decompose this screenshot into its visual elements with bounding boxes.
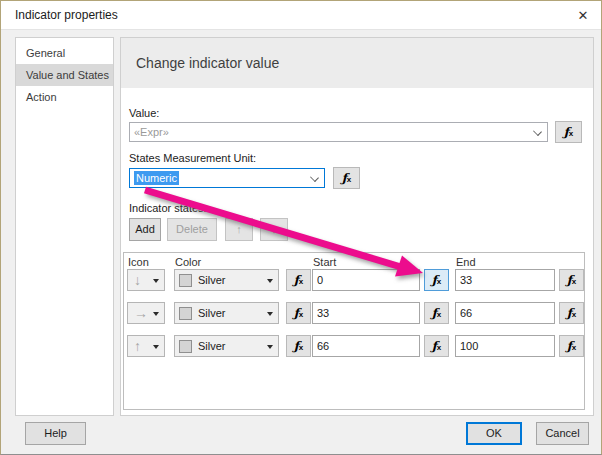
delete-button[interactable]: Delete — [167, 218, 217, 241]
caret-down-icon — [267, 312, 273, 316]
column-header-end: End — [456, 256, 476, 268]
cancel-button[interactable]: Cancel — [536, 422, 589, 445]
move-up-button[interactable]: ↑ — [225, 218, 253, 241]
icon-combo[interactable]: ↑ — [127, 335, 165, 357]
sidebar-item-general[interactable]: General — [16, 42, 113, 64]
color-combo[interactable]: Silver — [174, 302, 279, 324]
chevron-down-icon[interactable] — [310, 173, 319, 182]
icon-combo[interactable]: → — [127, 302, 165, 324]
unit-combo-text: Numeric — [134, 171, 179, 185]
start-value-input[interactable] — [312, 269, 420, 291]
indicator-properties-dialog: Indicator properties ✕ General Value and… — [0, 0, 602, 455]
unit-combo[interactable]: Numeric — [129, 168, 325, 188]
column-header-start: Start — [313, 256, 336, 268]
close-icon[interactable]: ✕ — [573, 6, 593, 26]
value-combo[interactable]: «Expr» — [129, 122, 548, 142]
unit-label: States Measurement Unit: — [129, 152, 256, 164]
color-combo[interactable]: Silver — [174, 269, 279, 291]
color-combo[interactable]: Silver — [174, 335, 279, 357]
color-expression-button[interactable]: ƒx — [286, 302, 311, 324]
color-name: Silver — [198, 340, 226, 352]
end-value-input[interactable] — [455, 302, 555, 324]
icon-combo[interactable]: ↓ — [127, 269, 165, 291]
caret-down-icon — [267, 345, 273, 349]
chevron-down-icon[interactable] — [533, 127, 542, 136]
start-expression-button[interactable]: ƒx — [424, 335, 449, 357]
end-value-input[interactable] — [455, 269, 555, 291]
table-row: → Silver ƒx ƒx ƒx — [124, 302, 584, 326]
end-value-input[interactable] — [455, 335, 555, 357]
down-arrow-icon: ↓ — [134, 272, 141, 288]
color-swatch — [179, 274, 192, 287]
help-button[interactable]: Help — [25, 422, 86, 445]
column-header-icon: Icon — [128, 256, 149, 268]
sidebar: General Value and States Action — [15, 37, 114, 416]
column-header-color: Color — [175, 256, 201, 268]
value-label: Value: — [129, 107, 159, 119]
color-swatch — [179, 340, 192, 353]
start-value-input[interactable] — [312, 335, 420, 357]
start-value-input[interactable] — [312, 302, 420, 324]
up-arrow-icon: ↑ — [134, 338, 141, 354]
caret-down-icon — [153, 312, 159, 316]
arrow-down-icon: ↓ — [271, 223, 277, 235]
right-arrow-icon: → — [134, 305, 148, 321]
add-button[interactable]: Add — [129, 218, 161, 241]
page-title: Change indicator value — [136, 55, 279, 71]
move-down-button[interactable]: ↓ — [260, 218, 288, 241]
ok-button[interactable]: OK — [466, 422, 522, 445]
end-expression-button[interactable]: ƒx — [559, 335, 584, 357]
panel-header: Change indicator value — [121, 38, 593, 88]
color-expression-button[interactable]: ƒx — [286, 335, 311, 357]
color-name: Silver — [198, 307, 226, 319]
end-expression-button[interactable]: ƒx — [559, 302, 584, 324]
sidebar-item-value-and-states[interactable]: Value and States — [16, 64, 113, 86]
indicator-states-label: Indicator states: — [129, 202, 207, 214]
color-expression-button[interactable]: ƒx — [286, 269, 311, 291]
color-swatch — [179, 307, 192, 320]
caret-down-icon — [267, 279, 273, 283]
table-row: ↑ Silver ƒx ƒx ƒx — [124, 335, 584, 359]
color-name: Silver — [198, 274, 226, 286]
table-row: ↓ Silver ƒx ƒx ƒx — [124, 269, 584, 293]
states-table: Icon Color Start End ↓ Silver ƒx ƒx — [123, 252, 585, 410]
value-expression-button[interactable]: ƒx — [555, 121, 582, 143]
start-expression-button[interactable]: ƒx — [424, 269, 449, 291]
sidebar-item-action[interactable]: Action — [16, 86, 113, 108]
caret-down-icon — [153, 279, 159, 283]
start-expression-button[interactable]: ƒx — [424, 302, 449, 324]
main-panel: Change indicator value Value: «Expr» ƒx … — [120, 37, 594, 416]
end-expression-button[interactable]: ƒx — [559, 269, 584, 291]
dialog-title: Indicator properties — [15, 8, 118, 22]
value-combo-text: «Expr» — [134, 126, 169, 138]
caret-down-icon — [153, 345, 159, 349]
unit-expression-button[interactable]: ƒx — [333, 167, 360, 189]
title-bar: Indicator properties ✕ — [1, 1, 601, 30]
arrow-up-icon: ↑ — [236, 223, 242, 235]
